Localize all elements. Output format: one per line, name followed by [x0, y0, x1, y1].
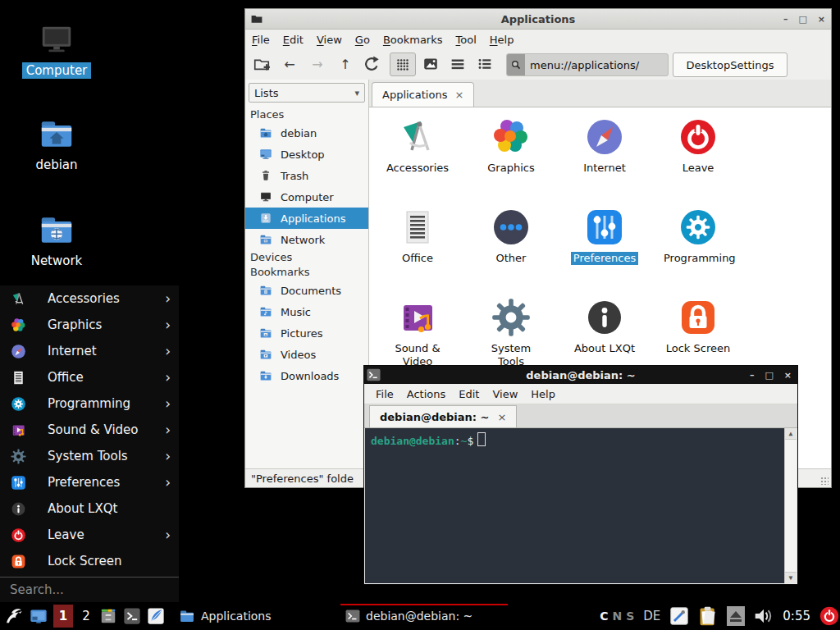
- terminal-scrollbar[interactable]: ▲ ▼: [784, 428, 797, 583]
- menu-edit[interactable]: Edit: [276, 31, 310, 48]
- fm-titlebar[interactable]: Applications – □ ×: [245, 9, 831, 30]
- sidebar-item-trash[interactable]: Trash: [245, 165, 368, 186]
- folder-pictures-icon: [259, 326, 272, 340]
- app-item-graphics[interactable]: Graphics: [464, 114, 558, 204]
- refresh-button[interactable]: [362, 54, 381, 74]
- terminal-launcher[interactable]: [123, 607, 141, 625]
- sidebar-item-network[interactable]: Network: [245, 229, 368, 250]
- app-item-other[interactable]: Other: [464, 204, 558, 294]
- workspace-1-button[interactable]: 1: [53, 605, 73, 628]
- tab-applications[interactable]: Applications ×: [372, 82, 474, 107]
- scroll-up-icon[interactable]: ▲: [785, 428, 797, 440]
- terminal-output[interactable]: debian@debian:~$ ▲ ▼: [365, 428, 797, 583]
- menu-view[interactable]: View: [486, 386, 524, 403]
- sidebar-item-computer[interactable]: Computer: [245, 186, 368, 208]
- system-tools-icon: [491, 298, 531, 337]
- app-item-internet[interactable]: Internet: [558, 114, 651, 204]
- close-button[interactable]: ×: [784, 371, 792, 380]
- leave-icon: [11, 527, 26, 543]
- sidebar-item-downloads[interactable]: Downloads: [245, 365, 368, 386]
- menu-bookmarks[interactable]: Bookmarks: [377, 31, 450, 48]
- menu-file[interactable]: File: [369, 386, 400, 403]
- menu-actions[interactable]: Actions: [400, 386, 453, 403]
- menu-item-office[interactable]: Office ›: [0, 364, 179, 390]
- app-item-accessories[interactable]: Accessories: [371, 114, 464, 204]
- up-button[interactable]: ↑: [336, 54, 355, 74]
- app-item-office[interactable]: Office: [371, 204, 464, 294]
- maximize-button[interactable]: □: [765, 371, 773, 380]
- desktop-settings-button[interactable]: DesktopSettings: [673, 52, 788, 77]
- forward-button[interactable]: →: [308, 54, 327, 74]
- menu-file[interactable]: File: [245, 31, 276, 48]
- menu-item-programming[interactable]: Programming ›: [0, 390, 179, 417]
- close-button[interactable]: ×: [818, 15, 825, 24]
- resize-grip[interactable]: [820, 477, 829, 485]
- menu-item-graphics[interactable]: Graphics ›: [0, 312, 179, 338]
- taskbar-task-terminal[interactable]: debian@debian: ~: [340, 604, 508, 628]
- sidebar-item-documents[interactable]: Documents: [245, 280, 368, 301]
- menu-go[interactable]: Go: [349, 31, 377, 48]
- desktop-icon-debian[interactable]: debian: [14, 115, 99, 173]
- menu-edit[interactable]: Edit: [452, 386, 486, 403]
- sidebar-item-desktop[interactable]: Desktop: [245, 144, 368, 165]
- keyboard-layout-indicator[interactable]: DE: [643, 609, 660, 623]
- menu-help[interactable]: Help: [483, 31, 521, 48]
- menu-item-accessories[interactable]: Accessories ›: [0, 285, 179, 312]
- menu-item-system-tools[interactable]: System Tools ›: [0, 443, 179, 469]
- sidebar-item-applications[interactable]: Applications: [245, 208, 368, 229]
- app-item-leave[interactable]: Leave: [651, 114, 745, 204]
- menu-item-leave[interactable]: Leave ›: [0, 522, 179, 548]
- detailed-view-button[interactable]: [475, 54, 495, 74]
- scroll-down-icon[interactable]: ▼: [785, 572, 797, 583]
- workspace-2-button[interactable]: 2: [79, 605, 94, 628]
- sidebar-item-videos[interactable]: Videos: [245, 344, 368, 365]
- removable-media-icon[interactable]: [727, 606, 745, 626]
- menu-item-lock-screen[interactable]: Lock Screen: [0, 548, 179, 574]
- internet-icon: [585, 117, 624, 157]
- screenshot-tray-icon[interactable]: [669, 606, 689, 626]
- sidebar-item-pictures[interactable]: Pictures: [245, 322, 368, 344]
- menu-item-internet[interactable]: Internet ›: [0, 338, 179, 364]
- tab-close-icon[interactable]: ×: [454, 89, 463, 101]
- minimize-button[interactable]: –: [783, 15, 788, 24]
- compact-view-button[interactable]: [448, 54, 468, 74]
- keyboard-indicator: C N S: [600, 609, 634, 623]
- start-menu-search-input[interactable]: Search...: [0, 577, 179, 602]
- clock[interactable]: 0:55: [783, 609, 810, 623]
- sidebar-item-debian[interactable]: debian: [245, 122, 368, 144]
- desktop-icon: [259, 148, 272, 161]
- new-tab-button[interactable]: [252, 54, 272, 74]
- sidebar-item-music[interactable]: Music: [245, 301, 368, 322]
- tab-terminal-session[interactable]: debian@debian: ~ ×: [369, 405, 517, 427]
- terminal-titlebar[interactable]: debian@debian: ~ – □ ×: [364, 366, 797, 384]
- menu-item-sound-video[interactable]: Sound & Video ›: [0, 417, 179, 443]
- back-button[interactable]: ←: [280, 54, 299, 74]
- menu-item-about-lxqt[interactable]: About LXQt: [0, 495, 179, 522]
- show-desktop-button[interactable]: [30, 607, 48, 625]
- power-button[interactable]: [819, 606, 839, 626]
- tab-close-icon[interactable]: ×: [497, 411, 506, 423]
- icon-view-button[interactable]: [390, 52, 416, 76]
- sidebar-mode-select[interactable]: Lists ▾: [249, 83, 365, 103]
- system-tray: C N S DE 0:55: [600, 606, 840, 626]
- start-menu-button[interactable]: [4, 606, 24, 626]
- folder-music-icon: [259, 305, 272, 318]
- clipboard-tray-icon[interactable]: [698, 606, 718, 626]
- minimize-button[interactable]: –: [750, 371, 755, 380]
- desktop-icon-computer[interactable]: Computer: [14, 21, 99, 79]
- app-item-programming[interactable]: Programming: [651, 204, 745, 294]
- maximize-button[interactable]: □: [798, 15, 806, 24]
- featherpad-launcher[interactable]: [147, 607, 165, 625]
- address-bar[interactable]: menu://applications/: [506, 53, 669, 76]
- desktop-icon-network[interactable]: Network: [14, 211, 99, 269]
- menu-help[interactable]: Help: [524, 386, 562, 403]
- menu-view[interactable]: View: [310, 31, 349, 48]
- file-manager-launcher[interactable]: [99, 607, 117, 625]
- window-title: debian@debian: ~: [526, 369, 635, 381]
- menu-tool[interactable]: Tool: [450, 31, 483, 48]
- app-item-preferences[interactable]: Preferences: [558, 204, 651, 294]
- taskbar-task-applications[interactable]: Applications: [174, 604, 335, 628]
- volume-icon[interactable]: [754, 606, 774, 626]
- menu-item-preferences[interactable]: Preferences ›: [0, 469, 179, 495]
- thumbnail-view-button[interactable]: [421, 54, 441, 74]
